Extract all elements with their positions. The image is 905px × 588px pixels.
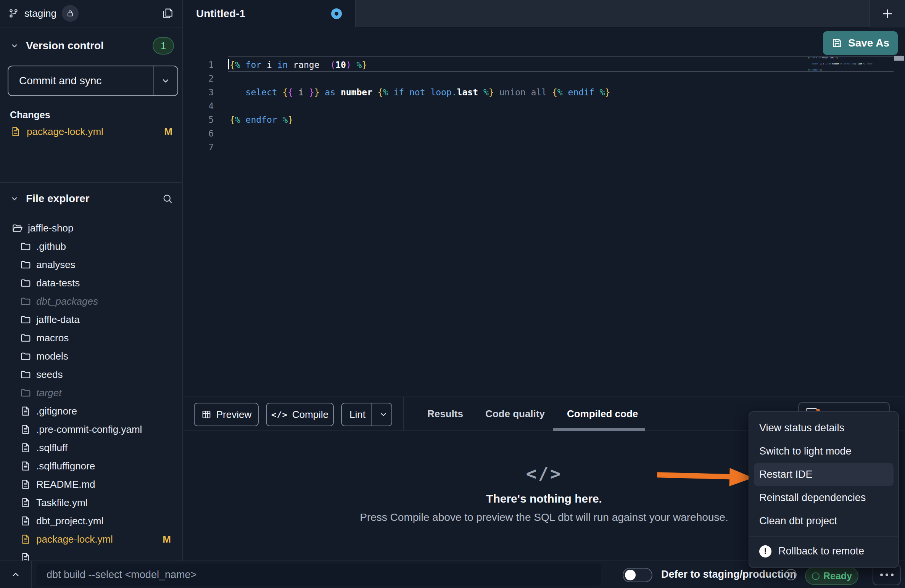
help-icon[interactable]: ? (785, 569, 797, 580)
sidebar: staging Version control 1 Commit and syn… (0, 0, 183, 561)
item-label: jaffle-shop (28, 222, 74, 234)
folder-icon (20, 259, 31, 270)
code-line: {% endfor %} (230, 113, 610, 127)
lint-button[interactable]: Lint (341, 403, 392, 426)
chevron-up-icon (10, 569, 21, 580)
ready-label: Ready (823, 570, 852, 582)
item-label: macros (36, 332, 69, 344)
text-cursor (228, 59, 229, 69)
item-label: target (36, 387, 62, 399)
branch-readonly-badge (62, 5, 79, 22)
tab-untitled-1[interactable]: Untitled-1 (183, 0, 356, 27)
file-explorer-item-dbt_packages[interactable]: dbt_packages (0, 292, 182, 310)
lint-label: Lint (349, 409, 366, 421)
file-icon (20, 515, 31, 527)
chevron-down-icon (10, 41, 19, 50)
version-control-title: Version control (26, 40, 104, 52)
ide-status-context-menu: View status detailsSwitch to light modeR… (749, 411, 899, 568)
tab-title: Untitled-1 (196, 8, 245, 20)
file-explorer-header[interactable]: File explorer (10, 188, 173, 209)
file-icon (20, 497, 31, 508)
branch-bar: staging (0, 0, 182, 27)
line-number: 6 (183, 127, 214, 140)
menu-item-label: View status details (759, 422, 844, 434)
panel-tab-compiled-code[interactable]: Compiled code (567, 408, 638, 420)
commit-options-button[interactable] (154, 76, 177, 86)
menu-item-switch-to-light-mode[interactable]: Switch to light mode (749, 440, 898, 463)
save-as-button[interactable]: Save As (823, 31, 898, 55)
ready-status-badge[interactable]: Ready (805, 567, 858, 585)
file-explorer-item-.gitignore[interactable]: .gitignore (0, 402, 182, 420)
menu-item-rollback-to-remote[interactable]: !Rollback to remote (749, 540, 898, 563)
file-explorer-item-data-tests[interactable]: data-tests (0, 274, 182, 292)
file-icon (20, 552, 31, 561)
compile-label: Compile (292, 409, 329, 421)
preview-button[interactable]: Preview (194, 403, 259, 426)
code-line (808, 71, 873, 74)
file-explorer-item-.github[interactable]: .github (0, 237, 182, 255)
menu-item-view-status-details[interactable]: View status details (749, 416, 898, 440)
file-explorer-item-jaffle-data[interactable]: jaffle-data (0, 310, 182, 329)
defer-toggle[interactable] (623, 568, 652, 582)
folder-icon (20, 296, 31, 307)
file-explorer-item-dbt_project.yml[interactable]: dbt_project.yml (0, 512, 182, 530)
branch-name: staging (24, 8, 56, 19)
line-number: 4 (183, 99, 214, 113)
menu-item-reinstall-dependencies[interactable]: Reinstall dependencies (749, 486, 898, 509)
code-content[interactable]: {% for i in range (10) %} select {{ i }}… (230, 58, 610, 154)
changed-file-row[interactable]: package-lock.yml M (10, 123, 172, 140)
search-icon (162, 193, 173, 204)
file-explorer-item-seeds[interactable]: seeds (0, 365, 182, 384)
code-editor[interactable]: 1234567 {% for i in range (10) %} select… (183, 27, 905, 397)
code-line (808, 74, 873, 77)
minimap[interactable]: {% for i in range (10) %} select {{ i }}… (808, 56, 873, 83)
panel-tab-results[interactable]: Results (427, 408, 463, 420)
file-search-button[interactable] (162, 193, 173, 204)
new-tab-button[interactable] (869, 0, 905, 27)
item-label: README.md (36, 479, 95, 490)
item-label: .gitignore (36, 405, 77, 417)
file-explorer-item-jaffle-shop[interactable]: jaffle-shop (0, 219, 182, 237)
code-line (230, 99, 610, 113)
toggle-knob (625, 570, 636, 580)
menu-item-restart-ide[interactable]: Restart IDE (754, 463, 894, 486)
file-explorer-item-partial[interactable] (0, 548, 182, 561)
version-control-header[interactable]: Version control 1 (10, 37, 174, 55)
code-line: select {{ i }} as number {% if not loop.… (808, 62, 873, 65)
editor-scrollbar-thumb[interactable] (894, 56, 904, 61)
item-label: .pre-commit-config.yaml (36, 424, 142, 435)
file-explorer-item-README.md[interactable]: README.md (0, 475, 182, 493)
lint-options-button[interactable] (375, 403, 392, 426)
menu-item-clean-dbt-project[interactable]: Clean dbt project (749, 509, 898, 533)
file-explorer-item-.sqlfluff[interactable]: .sqlfluff (0, 439, 182, 457)
code-line: {% for i in range (10) %} (230, 58, 610, 72)
file-icon (20, 479, 31, 490)
line-number-gutter: 1234567 (183, 58, 214, 154)
file-icon (20, 424, 31, 435)
file-explorer-item-.sqlfluffignore[interactable]: .sqlfluffignore (0, 457, 182, 475)
file-explorer-item-.pre-commit-config.yaml[interactable]: .pre-commit-config.yaml (0, 420, 182, 439)
file-explorer-item-target[interactable]: target (0, 384, 182, 402)
item-label: data-tests (36, 277, 80, 289)
item-label: .sqlfluffignore (36, 460, 95, 472)
empty-state-subtitle: Press Compile above to preview the SQL d… (360, 511, 728, 524)
file-explorer-title: File explorer (26, 193, 90, 205)
line-number: 2 (183, 72, 214, 85)
panel-header-divider (403, 397, 404, 431)
dbt-command-input[interactable]: dbt build --select <model_name> (37, 564, 601, 586)
unsaved-indicator-dot[interactable] (331, 8, 342, 19)
panel-tab-code-quality[interactable]: Code quality (485, 408, 545, 420)
file-explorer-item-Taskfile.yml[interactable]: Taskfile.yml (0, 493, 182, 512)
dbt-ide-window: staging Version control 1 Commit and syn… (0, 0, 905, 588)
commit-and-sync-button[interactable]: Commit and sync (8, 66, 178, 96)
folder-icon (20, 241, 31, 252)
commit-and-sync-label: Commit and sync (8, 75, 153, 87)
duplicate-file-button[interactable] (162, 7, 174, 19)
compile-button[interactable]: </> Compile (266, 403, 334, 426)
chevron-down-icon (379, 410, 388, 419)
file-explorer-item-package-lock.yml[interactable]: package-lock.ymlM (0, 530, 182, 548)
collapse-panel-button[interactable] (0, 561, 32, 588)
file-explorer-item-macros[interactable]: macros (0, 329, 182, 347)
file-explorer-item-models[interactable]: models (0, 347, 182, 365)
file-explorer-item-analyses[interactable]: analyses (0, 255, 182, 274)
